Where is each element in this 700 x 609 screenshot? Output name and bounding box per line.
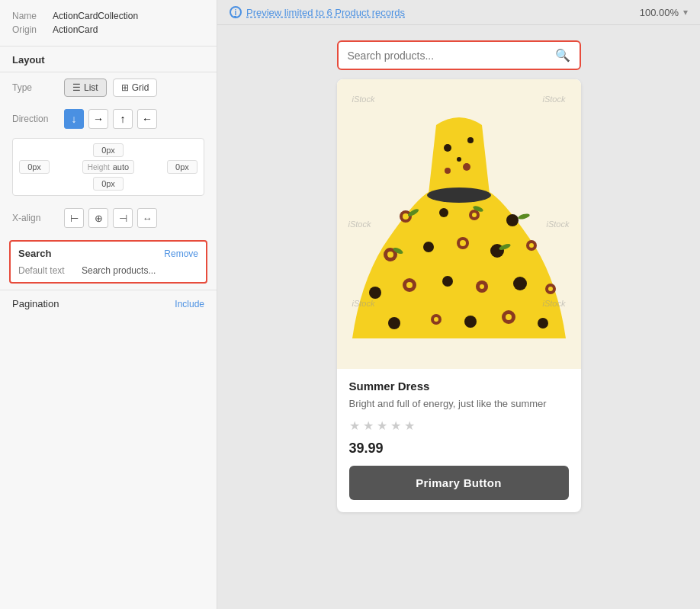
svg-point-30 [388, 317, 400, 329]
remove-button[interactable]: Remove [164, 248, 198, 259]
default-text-label: Default text [18, 265, 75, 276]
product-card: iStock iStock iStock iStock iStock iStoc… [337, 79, 581, 512]
svg-point-35 [506, 314, 512, 320]
svg-point-17 [460, 240, 466, 246]
svg-point-12 [506, 214, 519, 226]
svg-point-11 [472, 213, 477, 217]
price-value: 39.99 [349, 441, 384, 456]
pagination-label: Pagination [12, 298, 59, 309]
origin-row: Origin ActionCard [12, 24, 204, 35]
type-grid-button[interactable]: ⊞ Grid [113, 79, 158, 97]
align-group: ⊢ ⊕ ⊣ ↔ [64, 208, 157, 228]
chevron-down-icon: ▾ [683, 7, 688, 18]
product-description: Bright and full of energy, just like the… [349, 397, 569, 411]
product-image-container: iStock iStock iStock iStock iStock iStoc… [337, 79, 581, 369]
star-1: ★ [349, 418, 360, 433]
svg-point-36 [538, 318, 548, 329]
svg-point-29 [548, 287, 553, 291]
include-button[interactable]: Include [175, 299, 204, 309]
product-image-svg [337, 79, 581, 369]
type-list-label: List [84, 82, 98, 93]
svg-point-21 [369, 287, 381, 299]
left-panel: Name ActionCardCollection Origin ActionC… [0, 0, 217, 609]
star-3: ★ [377, 418, 387, 433]
origin-label: Origin [12, 24, 47, 35]
product-price: 39.99 [349, 441, 569, 457]
product-info: Summer Dress Bright and full of energy, … [337, 369, 581, 512]
layout-label: Layout [12, 54, 45, 66]
svg-point-9 [439, 208, 448, 217]
search-header-row: Search Remove [18, 248, 198, 259]
align-center-button[interactable]: ⊕ [88, 208, 108, 228]
name-value: ActionCardCollection [53, 11, 138, 21]
search-section: Search Remove Default text Search produc… [9, 240, 207, 284]
default-text-row: Default text Search products... [18, 265, 198, 276]
svg-point-6 [463, 163, 470, 171]
align-right-button[interactable]: ⊣ [113, 208, 133, 228]
direction-up-button[interactable]: ↑ [113, 109, 133, 129]
spacing-left-input[interactable]: 0px [19, 160, 50, 174]
spacing-top-row: 0px [19, 143, 197, 157]
direction-right-button[interactable]: → [88, 109, 108, 129]
svg-point-24 [442, 276, 453, 287]
svg-point-20 [529, 243, 534, 248]
svg-point-14 [387, 252, 393, 258]
list-icon: ☰ [72, 82, 81, 93]
x-align-row: X-align ⊢ ⊕ ⊣ ↔ [0, 202, 217, 234]
meta-section: Name ActionCardCollection Origin ActionC… [0, 0, 217, 46]
svg-point-26 [480, 284, 484, 289]
spacing-box: 0px 0px Height auto 0px 0px [12, 138, 204, 196]
pagination-row: Pagination Include [0, 290, 217, 317]
svg-point-27 [513, 277, 527, 290]
direction-left-button[interactable]: ← [137, 109, 157, 129]
type-row: Type ☰ List ⊞ Grid [0, 72, 217, 103]
svg-point-5 [445, 168, 451, 174]
preview-search-input[interactable] [348, 50, 555, 62]
spacing-right-input[interactable]: 0px [167, 160, 197, 174]
stars-row: ★ ★ ★ ★ ★ [349, 418, 569, 433]
align-left-button[interactable]: ⊢ [64, 208, 84, 228]
star-5: ★ [404, 418, 415, 433]
direction-down-button[interactable]: ↓ [64, 109, 84, 129]
preview-notice-text: Preview limited to 6 Product records [246, 7, 405, 18]
direction-row: Direction ↓ → ↑ ← [0, 103, 217, 135]
grid-icon: ⊞ [121, 82, 129, 93]
search-title: Search [18, 248, 51, 259]
right-panel: i Preview limited to 6 Product records 1… [217, 0, 700, 609]
star-4: ★ [390, 418, 401, 433]
search-icon: 🔍 [555, 48, 570, 63]
svg-point-1 [427, 188, 491, 203]
default-text-value: Search products... [82, 265, 156, 276]
svg-point-32 [434, 317, 438, 322]
info-icon: i [230, 6, 242, 18]
layout-header: Layout [0, 46, 217, 72]
spacing-middle-row: 0px Height auto 0px [19, 160, 197, 174]
origin-value: ActionCard [53, 24, 98, 35]
align-stretch-button[interactable]: ↔ [137, 208, 157, 228]
spacing-bottom-row: 0px [19, 177, 197, 191]
x-align-label: X-align [12, 213, 58, 223]
svg-point-3 [467, 137, 474, 143]
svg-point-4 [457, 157, 461, 162]
preview-search-bar[interactable]: 🔍 [337, 40, 581, 70]
direction-label: Direction [12, 114, 58, 124]
zoom-value: 100.00% [640, 7, 679, 18]
direction-group: ↓ → ↑ ← [64, 109, 157, 129]
height-label: Height [88, 163, 110, 171]
svg-point-33 [464, 316, 477, 328]
preview-content: 🔍 [217, 25, 700, 609]
spacing-top-input[interactable]: 0px [93, 143, 124, 157]
name-label: Name [12, 11, 47, 21]
product-name: Summer Dress [349, 380, 569, 393]
preview-header: i Preview limited to 6 Product records 1… [217, 0, 700, 25]
spacing-bottom-input[interactable]: 0px [93, 177, 124, 191]
preview-notice: i Preview limited to 6 Product records [230, 6, 405, 18]
type-grid-label: Grid [132, 82, 149, 93]
name-row: Name ActionCardCollection [12, 11, 204, 21]
zoom-control[interactable]: 100.00% ▾ [640, 7, 688, 18]
height-value: auto [113, 162, 129, 171]
svg-point-2 [444, 144, 451, 152]
primary-button[interactable]: Primary Button [349, 466, 569, 500]
type-list-button[interactable]: ☰ List [64, 79, 107, 97]
star-2: ★ [363, 418, 374, 433]
